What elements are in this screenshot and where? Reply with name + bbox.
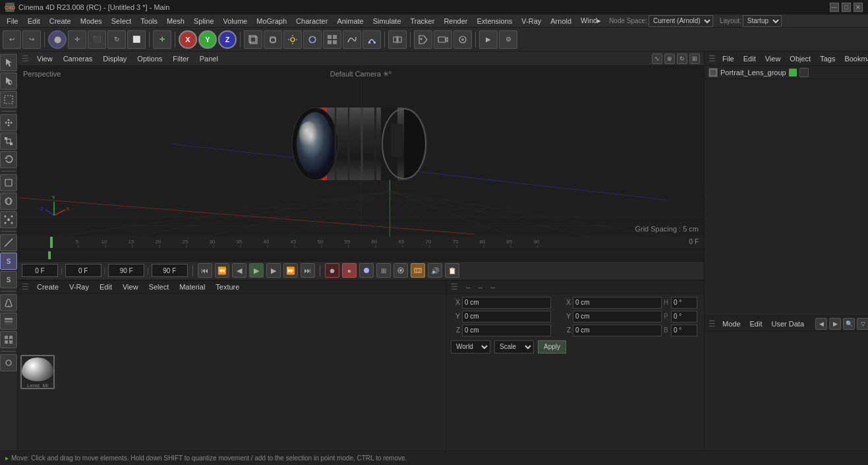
sidebar-rotate-btn[interactable]	[0, 151, 17, 168]
objects-content[interactable]	[705, 79, 868, 315]
sidebar-s2-btn[interactable]: S	[0, 271, 17, 288]
vp-menu-icon[interactable]: ☰	[22, 54, 29, 63]
mat-view-btn[interactable]: View	[120, 282, 141, 292]
sidebar-rect-select-btn[interactable]	[0, 91, 17, 108]
vp-corner-3[interactable]: ↻	[677, 53, 687, 64]
minimize-button[interactable]: —	[830, 3, 839, 12]
select-tool-button[interactable]: ⬤	[48, 30, 67, 49]
coord-b-input[interactable]	[671, 325, 697, 336]
attr-menu-icon[interactable]: ☰	[709, 319, 716, 328]
sidebar-star-btn[interactable]	[0, 354, 17, 371]
tc-next-key[interactable]: ▶	[266, 263, 281, 278]
menu-mograph[interactable]: MoGraph	[252, 16, 291, 26]
menu-vray[interactable]: V-Ray	[517, 16, 545, 26]
vp-filter-btn[interactable]: Filter	[170, 53, 191, 64]
material-swatch-0[interactable]: Lensl_Mi	[20, 355, 55, 389]
scale-tool-button[interactable]: ⬛	[88, 30, 106, 49]
rp-edit-btn[interactable]: Edit	[741, 53, 759, 64]
rp-object-btn[interactable]: Object	[787, 53, 813, 64]
coord-x-input[interactable]	[462, 297, 551, 309]
menu-create[interactable]: Create	[45, 16, 75, 26]
tc-bake-btn[interactable]	[411, 263, 425, 278]
frame-end-input[interactable]	[108, 264, 144, 277]
tc-play[interactable]: ▶	[249, 263, 264, 278]
sidebar-grid-btn[interactable]	[0, 331, 17, 348]
sidebar-move-btn[interactable]	[0, 114, 17, 131]
attr-search-icon[interactable]: 🔍	[843, 318, 855, 330]
vp-display-btn[interactable]: Display	[100, 53, 129, 64]
coord-scale-select[interactable]: Scale	[494, 340, 534, 354]
object-color-0[interactable]	[789, 69, 797, 77]
render-settings-button[interactable]: ⚙	[499, 30, 517, 49]
tc-prev-key[interactable]: ◀	[232, 263, 246, 278]
sidebar-point-btn[interactable]	[0, 211, 17, 228]
maximize-button[interactable]: □	[842, 3, 851, 12]
mat-material-btn[interactable]: Material	[177, 282, 208, 292]
timeline-ruler[interactable]: 5 10 15 20 25 30 35	[18, 237, 704, 249]
current-frame-input[interactable]	[65, 264, 101, 277]
menu-spline[interactable]: Spline	[190, 16, 218, 26]
menu-simulate[interactable]: Simulate	[369, 16, 405, 26]
tc-keyframe-btn[interactable]	[359, 263, 374, 278]
vp-corner-1[interactable]: ⤡	[652, 53, 662, 64]
rp-bookmarks-btn[interactable]: Bookmarks	[842, 53, 868, 64]
tc-record-btn[interactable]: ●	[342, 263, 357, 278]
mat-edit-btn[interactable]: Edit	[97, 282, 115, 292]
transform-tool-button[interactable]: ⬜	[127, 30, 146, 49]
sidebar-paint-btn[interactable]	[0, 294, 17, 311]
menu-render[interactable]: Render	[440, 16, 471, 26]
menu-animate[interactable]: Animate	[333, 16, 367, 26]
sym-button[interactable]	[388, 30, 407, 49]
viewport[interactable]: X Z Y Perspective Default Camera ✳° Grid…	[18, 66, 704, 237]
rp-file-btn[interactable]: File	[720, 53, 737, 64]
vp-view-btn[interactable]: View	[34, 53, 55, 64]
material-button[interactable]	[303, 30, 322, 49]
redo-button[interactable]: ↪	[22, 30, 41, 49]
coord-yr-input[interactable]	[573, 311, 662, 323]
tc-memo-btn[interactable]: 📋	[445, 263, 459, 278]
render-view-button[interactable]	[453, 30, 472, 49]
menu-character[interactable]: Character	[292, 16, 332, 26]
timeline-tracks[interactable]	[18, 249, 704, 262]
sidebar-scale-btn[interactable]	[0, 133, 17, 150]
frame-end2-input[interactable]	[152, 264, 188, 277]
menu-arnold[interactable]: Arnold	[546, 16, 575, 26]
coord-y-input[interactable]	[462, 311, 551, 323]
cube-button[interactable]	[244, 30, 262, 49]
menu-tracker[interactable]: Tracker	[407, 16, 439, 26]
sidebar-layers-btn[interactable]	[0, 313, 17, 330]
attr-nav-right[interactable]: ▶	[829, 318, 841, 330]
attr-mode-btn[interactable]: Mode	[720, 319, 743, 329]
add-button[interactable]: ✛	[153, 30, 171, 49]
menu-window[interactable]: Wind▸	[577, 15, 605, 26]
tc-go-end[interactable]: ⏭	[301, 263, 315, 278]
object-vis-btn[interactable]	[799, 68, 809, 77]
axis-y-button[interactable]: Y	[198, 30, 217, 49]
camera-button[interactable]	[264, 30, 282, 49]
rp-menu-icon[interactable]: ☰	[709, 54, 716, 63]
vp-corner-2[interactable]: ⊕	[664, 53, 675, 64]
tc-track-btn[interactable]: ⊞	[376, 263, 391, 278]
coord-apply-button[interactable]: Apply	[538, 340, 566, 354]
sidebar-line-btn[interactable]	[0, 234, 17, 251]
axis-x-button[interactable]: X	[179, 30, 197, 49]
menu-volume[interactable]: Volume	[219, 16, 252, 26]
render-button[interactable]: ▶	[479, 30, 498, 49]
menu-mesh[interactable]: Mesh	[163, 16, 188, 26]
coord-zr-input[interactable]	[573, 325, 662, 336]
tag-button[interactable]	[414, 30, 432, 49]
frame-start-input[interactable]	[22, 264, 58, 277]
attr-userdata-btn[interactable]: User Data	[769, 319, 807, 329]
array-button[interactable]	[323, 30, 341, 49]
sidebar-s1-btn[interactable]: S	[0, 253, 17, 270]
menu-tools[interactable]: Tools	[136, 16, 161, 26]
undo-button[interactable]: ↩	[3, 30, 21, 49]
rp-view-btn[interactable]: View	[763, 53, 784, 64]
spline-button[interactable]	[343, 30, 361, 49]
coord-xr-input[interactable]	[573, 297, 662, 309]
attr-filter-icon[interactable]: ▽	[857, 318, 868, 330]
sidebar-object-btn[interactable]	[0, 174, 17, 191]
menu-edit[interactable]: Edit	[24, 16, 44, 26]
vp-corner-4[interactable]: ⊞	[689, 53, 700, 64]
mat-vray-btn[interactable]: V-Ray	[67, 282, 92, 292]
